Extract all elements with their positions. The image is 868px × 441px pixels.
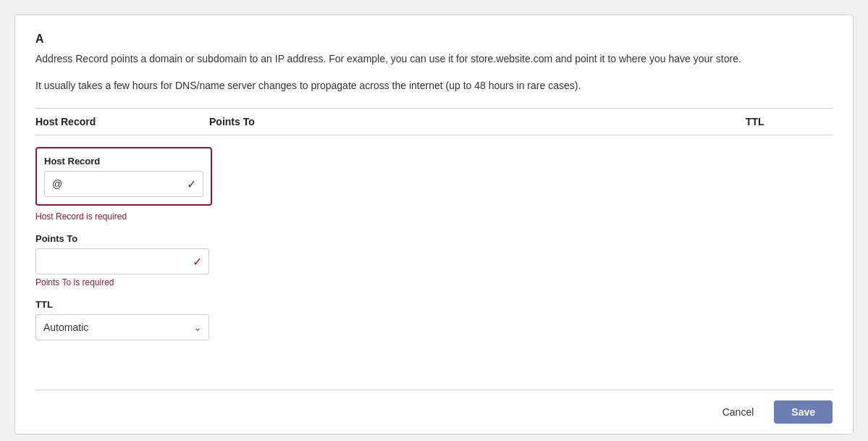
dialog-footer: Cancel Save [35, 390, 833, 434]
description-text: Address Record points a domain or subdom… [35, 51, 833, 67]
points-to-label: Points To [35, 233, 833, 244]
host-record-error: Host Record is required [35, 211, 833, 222]
host-record-label: Host Record [44, 156, 203, 167]
points-to-group: Points To ✓ Points To is required [35, 233, 833, 287]
save-button[interactable]: Save [774, 400, 833, 424]
host-record-box: Host Record ✓ [35, 147, 212, 206]
points-to-error: Points To is required [35, 277, 833, 287]
col-header-points-to: Points To [209, 116, 746, 127]
form-area: Host Record ✓ Host Record is required Po… [35, 135, 833, 390]
col-header-host-record: Host Record [35, 116, 209, 127]
ttl-select[interactable]: Automatic 1 hour 4 hours 8 hours 24 hour… [35, 314, 209, 340]
points-to-input-wrapper: ✓ [35, 248, 209, 274]
ttl-select-wrapper: Automatic 1 hour 4 hours 8 hours 24 hour… [35, 314, 209, 340]
table-header: Host Record Points To TTL [35, 108, 833, 135]
col-header-ttl: TTL [746, 116, 833, 127]
ttl-label: TTL [35, 299, 833, 310]
dialog-container: A Address Record points a domain or subd… [14, 14, 854, 434]
host-record-group: Host Record ✓ Host Record is required [35, 147, 833, 222]
host-record-input[interactable] [44, 171, 203, 197]
ttl-group: TTL Automatic 1 hour 4 hours 8 hours 24 … [35, 299, 833, 340]
propagation-note: It usually takes a few hours for DNS/nam… [35, 78, 833, 93]
cancel-button[interactable]: Cancel [711, 400, 766, 424]
record-type-title: A [35, 33, 833, 46]
points-to-input[interactable] [35, 248, 209, 274]
